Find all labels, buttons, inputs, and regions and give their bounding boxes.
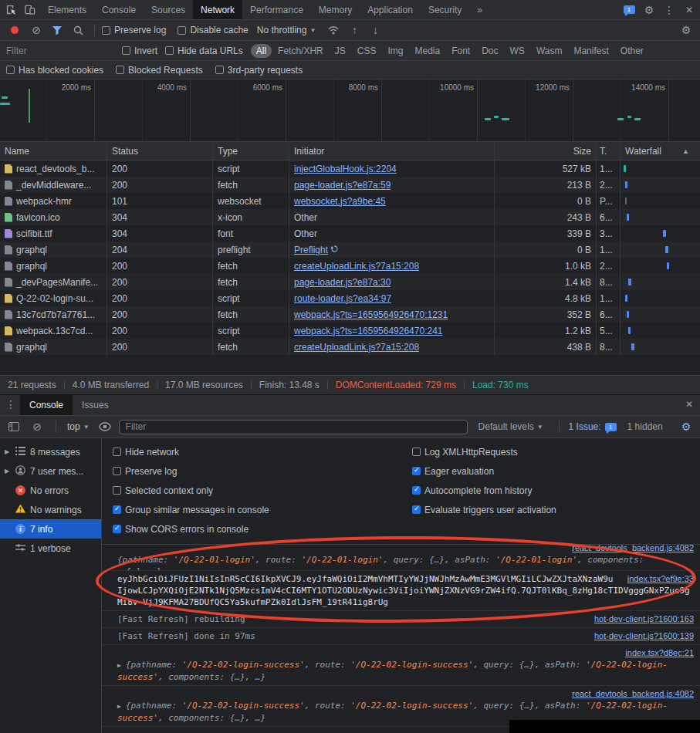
console-filter-input[interactable] [119,420,468,434]
expand-arrow-icon[interactable]: ▶ [5,468,11,475]
filter-pill-css[interactable]: CSS [352,44,382,58]
expand-arrow-icon[interactable]: ▶ [5,448,11,455]
preserve-log-console-checkbox[interactable]: Preserve log [113,461,412,481]
expand-arrow-icon[interactable]: ▶ [117,660,121,671]
sidebar-item-info[interactable]: i 7 info [0,519,101,539]
settings-gear-icon[interactable]: ⚙ [640,1,658,19]
inspect-element-icon[interactable] [2,1,20,19]
sidebar-item-all-messages[interactable]: ▶ 8 messages [0,442,101,461]
console-message-object-partial[interactable]: react_devtools_backend.js:4082 {pathname… [102,545,700,571]
initiator-link[interactable]: webpack.js?ts=1659564926470:1231 [294,309,448,320]
sidebar-item-warnings[interactable]: No warnings [0,500,101,519]
initiator-link[interactable]: injectGlobalHook.js:2204 [294,164,397,174]
column-header-initiator[interactable]: Initiator [289,142,495,160]
issues-link[interactable]: 1 Issue:1 [569,421,617,432]
close-drawer-icon[interactable]: ✕ [680,395,698,414]
network-request-row[interactable]: react_devtools_b... 200 script injectGlo… [0,160,700,177]
network-request-row[interactable]: graphql 200 fetch createUploadLink.js?7a… [0,258,700,274]
eager-evaluation-checkbox[interactable]: Eager evaluation [412,461,556,481]
drawer-kebab-menu-icon[interactable]: ⋮ [2,395,20,414]
import-har-icon[interactable]: ↑ [345,21,364,39]
initiator-link[interactable]: createUploadLink.js?7a15:208 [294,261,419,272]
filter-pill-wasm[interactable]: Wasm [531,44,568,58]
tab-elements[interactable]: Elements [40,0,94,19]
network-request-row[interactable]: 13c7cd7b7a7761... 200 fetch webpack.js?t… [0,306,700,323]
invert-checkbox[interactable]: Invert [122,46,157,56]
user-activation-checkbox[interactable]: Evaluate triggers user activation [412,500,556,519]
tab-security[interactable]: Security [421,0,469,19]
filter-pill-ws[interactable]: WS [505,44,530,58]
network-request-row[interactable]: graphql 204 preflight Preflight 0 B 1... [0,242,700,258]
log-levels-select[interactable]: Default levels▼ [479,421,543,432]
autocomplete-history-checkbox[interactable]: Autocomplete from history [412,481,556,500]
column-header-waterfall[interactable]: Waterfall▲ [621,142,700,160]
sidebar-item-errors[interactable]: ✕ No errors [0,481,101,500]
disable-cache-checkbox[interactable]: Disable cache [178,25,248,35]
third-party-requests-checkbox[interactable]: 3rd-party requests [215,65,303,76]
console-message-fast-refresh[interactable]: hot-dev-client.js?1600:139 [Fast Refresh… [102,628,700,645]
column-header-time[interactable]: T. [597,142,621,160]
search-icon[interactable] [69,21,87,39]
network-overview-timeline[interactable]: 2000 ms 4000 ms 6000 ms 8000 ms 10000 ms… [0,79,700,142]
column-header-status[interactable]: Status [107,142,213,160]
record-network-log-button[interactable] [11,26,19,34]
export-har-icon[interactable]: ↓ [366,21,384,39]
filter-pill-img[interactable]: Img [382,44,408,58]
console-message-object[interactable]: index.tsx?d8ec:21 ▶{pathname: '/Q-22-02-… [102,645,700,686]
filter-pill-font[interactable]: Font [446,44,475,58]
hide-data-urls-checkbox[interactable]: Hide data URLs [165,46,243,56]
live-expression-eye-icon[interactable] [96,417,114,436]
source-link[interactable]: index.tsx?d8ec:21 [625,647,694,659]
initiator-link[interactable]: createUploadLink.js?7a15:208 [294,342,419,353]
close-devtools-icon[interactable]: ✕ [680,1,698,19]
initiator-link[interactable]: Preflight [294,245,328,255]
blocked-requests-checkbox[interactable]: Blocked Requests [116,65,203,76]
tab-console[interactable]: Console [94,0,144,19]
sidebar-item-verbose[interactable]: 1 verbose [0,539,101,558]
network-request-row[interactable]: scifibit.ttf 304 font Other 339 B 3... [0,225,700,242]
filter-pill-js[interactable]: JS [330,44,351,58]
filter-pill-all[interactable]: All [251,44,272,58]
console-settings-gear-icon[interactable]: ⚙ [677,417,695,436]
network-request-row[interactable]: webpack-hmr 101 websocket websocket.js?a… [0,193,700,209]
console-message-fast-refresh[interactable]: hot-dev-client.js?1600:163 [Fast Refresh… [102,611,700,628]
console-message-jwt-token[interactable]: index.tsx?ef9e:33 eyJhbGciOiJFUzI1NiIsIn… [102,571,700,611]
tab-network[interactable]: Network [193,0,242,19]
network-filter-input[interactable] [6,46,114,56]
source-link[interactable]: react_devtools_backend.js:4082 [572,545,694,554]
group-similar-checkbox[interactable]: Group similar messages in console [113,500,412,519]
source-link[interactable]: hot-dev-client.js?1600:163 [594,613,694,625]
clear-console-icon[interactable]: ⊘ [28,417,46,436]
kebab-menu-icon[interactable]: ⋮ [660,1,678,19]
filter-pill-media[interactable]: Media [409,44,445,58]
console-sidebar-toggle-icon[interactable] [5,417,23,436]
filter-pill-doc[interactable]: Doc [476,44,503,58]
sidebar-item-user-messages[interactable]: ▶ 7 user mes... [0,461,101,481]
initiator-link[interactable]: webpack.js?ts=1659564926470:241 [294,326,443,336]
network-request-row[interactable]: webpack.13c7cd... 200 script webpack.js?… [0,323,700,339]
filter-pill-other[interactable]: Other [615,44,649,58]
drawer-tab-issues[interactable]: Issues [73,395,118,415]
column-header-type[interactable]: Type [213,142,289,160]
network-request-row[interactable]: favicon.ico 304 x-icon Other 243 B 6... [0,209,700,225]
has-blocked-cookies-checkbox[interactable]: Has blocked cookies [6,65,103,76]
column-header-name[interactable]: Name [0,142,107,160]
filter-pill-manifest[interactable]: Manifest [568,44,614,58]
clear-network-log-icon[interactable]: ⊘ [27,21,46,39]
network-request-row[interactable]: graphql 200 fetch createUploadLink.js?7a… [0,339,700,355]
initiator-link[interactable]: websocket.js?a9be:45 [294,196,386,207]
log-xhr-checkbox[interactable]: Log XMLHttpRequests [412,442,556,461]
network-request-row[interactable]: _devMiddleware... 200 fetch page-loader.… [0,177,700,193]
device-toolbar-icon[interactable] [20,1,39,19]
network-request-row[interactable]: _devPagesManife... 200 fetch page-loader… [0,274,700,290]
initiator-link[interactable]: page-loader.js?e87a:30 [294,277,391,288]
network-conditions-icon[interactable] [324,21,343,39]
filter-funnel-icon[interactable] [48,21,66,39]
preserve-log-checkbox[interactable]: Preserve log [102,25,166,35]
javascript-context-select[interactable]: top▼ [67,421,90,432]
show-cors-errors-checkbox[interactable]: Show CORS errors in console [113,519,412,539]
source-link[interactable]: react_devtools_backend.js:4082 [572,688,694,700]
initiator-link[interactable]: page-loader.js?e87a:59 [294,180,391,191]
network-settings-gear-icon[interactable]: ⚙ [677,21,695,39]
filter-pill-fetch-xhr[interactable]: Fetch/XHR [272,44,329,58]
